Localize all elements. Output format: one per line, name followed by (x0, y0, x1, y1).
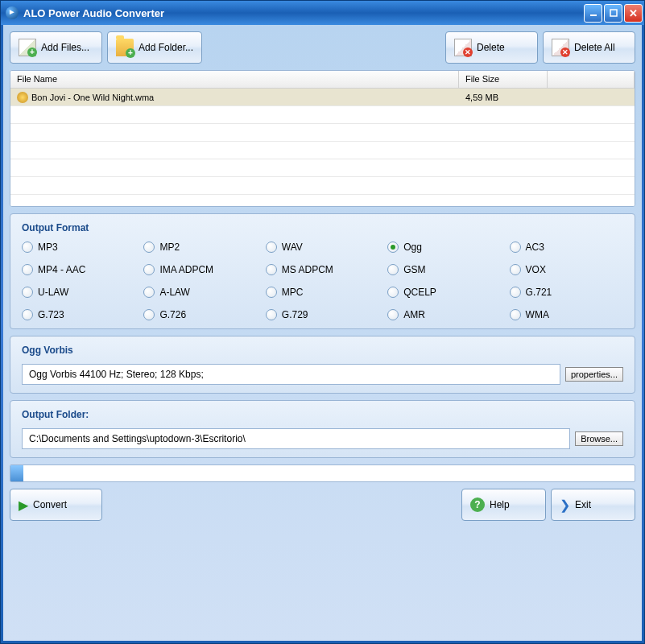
format-grid: MP3MP2WAVOggAC3MP4 - AACIMA ADPCMMS ADPC… (22, 242, 623, 320)
exit-label: Exit (575, 499, 591, 510)
radio-qcelp[interactable]: QCELP (387, 287, 501, 298)
help-label: Help (490, 499, 510, 510)
radio-u-law[interactable]: U-LAW (22, 287, 135, 298)
radio-label: G.726 (159, 309, 186, 320)
radio-mpc[interactable]: MPC (266, 287, 379, 298)
radio-icon (143, 287, 155, 298)
radio-amr[interactable]: AMR (387, 309, 501, 320)
add-files-button[interactable]: Add Files... (10, 31, 102, 64)
properties-button[interactable]: properties... (565, 367, 623, 382)
radio-icon (22, 264, 33, 275)
radio-icon (22, 309, 33, 320)
radio-icon (387, 309, 399, 320)
radio-icon (510, 242, 521, 253)
convert-button[interactable]: ▶ Convert (10, 489, 102, 521)
file-size-cell: 4,59 MB (459, 89, 548, 105)
delete-label: Delete (477, 42, 505, 53)
col-spacer (548, 71, 635, 88)
radio-icon (510, 287, 521, 298)
radio-label: G.729 (282, 309, 308, 320)
app-window: ALO Power Audio Converter ✕ Add Files...… (0, 0, 645, 644)
delete-icon (454, 39, 472, 56)
add-folder-button[interactable]: Add Folder... (107, 31, 202, 64)
radio-label: MP2 (159, 242, 180, 253)
codec-settings-input[interactable] (22, 364, 560, 385)
table-row-empty (10, 159, 635, 177)
browse-button[interactable]: Browse... (575, 431, 623, 446)
file-list-panel: File Name File Size Bon Jovi - One Wild … (10, 70, 635, 207)
radio-label: VOX (526, 264, 546, 275)
radio-a-law[interactable]: A-LAW (143, 287, 257, 298)
play-icon: ▶ (19, 497, 28, 513)
radio-icon (22, 287, 33, 298)
radio-icon (143, 264, 155, 275)
radio-icon (387, 287, 399, 298)
exit-button[interactable]: ❯ Exit (551, 489, 635, 521)
radio-label: G.723 (38, 309, 64, 320)
radio-label: Ogg (403, 242, 422, 253)
codec-title: Ogg Vorbis (22, 345, 623, 356)
radio-g-723[interactable]: G.723 (22, 309, 135, 320)
minimize-button[interactable] (584, 4, 602, 23)
radio-ac3[interactable]: AC3 (510, 242, 623, 253)
col-filename[interactable]: File Name (10, 71, 459, 88)
delete-all-label: Delete All (574, 42, 615, 53)
bottom-bar: ▶ Convert ? Help ❯ Exit (10, 489, 635, 521)
svg-rect-1 (610, 10, 617, 16)
radio-label: AC3 (526, 242, 544, 253)
table-row-empty (10, 124, 635, 142)
codec-panel: Ogg Vorbis properties... (10, 336, 635, 394)
radio-ogg[interactable]: Ogg (387, 242, 501, 253)
radio-vox[interactable]: VOX (510, 264, 623, 275)
convert-label: Convert (33, 499, 67, 510)
client-area: Add Files... Add Folder... Delete Delete… (3, 25, 642, 641)
table-body[interactable]: Bon Jovi - One Wild Night.wma 4,59 MB (10, 89, 635, 206)
radio-icon (143, 242, 155, 253)
radio-label: U-LAW (38, 287, 68, 298)
help-button[interactable]: ? Help (461, 489, 546, 521)
radio-mp4-aac[interactable]: MP4 - AAC (22, 264, 135, 275)
radio-icon (22, 242, 33, 253)
radio-icon (266, 264, 277, 275)
delete-all-icon (552, 39, 569, 56)
progress-bar (10, 464, 635, 482)
maximize-button[interactable] (604, 4, 622, 23)
delete-all-button[interactable]: Delete All (543, 31, 635, 64)
output-folder-title: Output Folder: (22, 409, 623, 420)
radio-wav[interactable]: WAV (266, 242, 379, 253)
radio-label: G.721 (526, 287, 552, 298)
table-row-empty (10, 142, 635, 159)
output-folder-input[interactable] (22, 428, 570, 449)
radio-g-729[interactable]: G.729 (266, 309, 379, 320)
table-row-empty (10, 177, 635, 195)
radio-icon (266, 287, 277, 298)
table-header: File Name File Size (10, 71, 635, 89)
radio-gsm[interactable]: GSM (387, 264, 501, 275)
delete-button[interactable]: Delete (445, 31, 538, 64)
table-row-empty (10, 106, 635, 124)
file-name-cell: Bon Jovi - One Wild Night.wma (31, 93, 154, 102)
radio-wma[interactable]: WMA (510, 309, 623, 320)
radio-g-721[interactable]: G.721 (510, 287, 623, 298)
radio-label: GSM (403, 264, 425, 275)
radio-g-726[interactable]: G.726 (143, 309, 257, 320)
radio-icon (387, 242, 399, 253)
file-add-icon (19, 39, 36, 56)
radio-label: MP4 - AAC (38, 264, 85, 275)
radio-ms-adpcm[interactable]: MS ADPCM (266, 264, 379, 275)
radio-label: MP3 (38, 242, 58, 253)
close-button[interactable]: ✕ (624, 4, 643, 23)
audio-file-icon (17, 92, 28, 103)
table-row[interactable]: Bon Jovi - One Wild Night.wma 4,59 MB (10, 89, 635, 106)
titlebar[interactable]: ALO Power Audio Converter ✕ (1, 1, 644, 25)
radio-ima-adpcm[interactable]: IMA ADPCM (143, 264, 257, 275)
folder-add-icon (116, 39, 134, 56)
radio-label: IMA ADPCM (159, 264, 213, 275)
radio-icon (510, 309, 521, 320)
output-format-title: Output Format (22, 222, 623, 233)
radio-icon (143, 309, 155, 320)
col-filesize[interactable]: File Size (459, 71, 548, 88)
radio-mp3[interactable]: MP3 (22, 242, 135, 253)
radio-icon (387, 264, 399, 275)
radio-mp2[interactable]: MP2 (143, 242, 257, 253)
